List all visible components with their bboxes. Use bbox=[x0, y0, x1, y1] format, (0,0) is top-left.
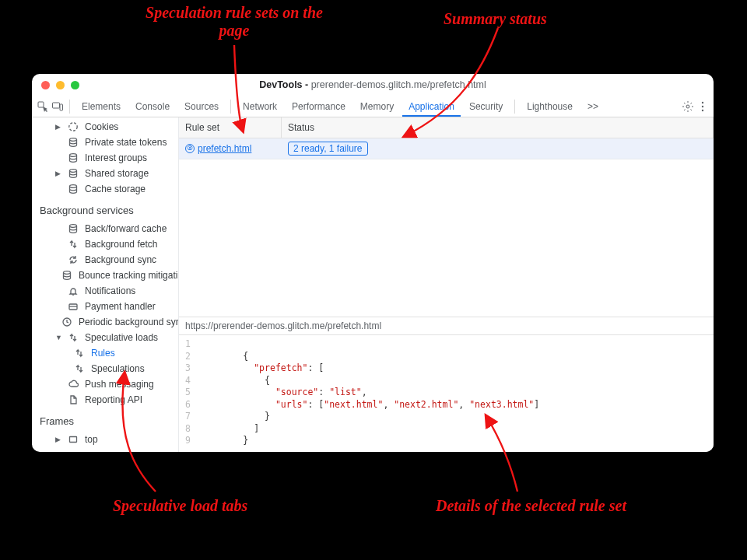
sidebar-item-background-fetch[interactable]: Background fetch bbox=[32, 236, 178, 252]
svg-point-5 bbox=[702, 105, 703, 107]
svg-point-9 bbox=[70, 154, 77, 157]
ruleset-header-status[interactable]: Status bbox=[282, 117, 714, 138]
tab-application[interactable]: Application bbox=[402, 96, 461, 117]
tab-network[interactable]: Network bbox=[237, 96, 283, 117]
sidebar-item-label: Speculations bbox=[91, 363, 145, 374]
tab-elements[interactable]: Elements bbox=[75, 96, 127, 117]
svg-point-3 bbox=[686, 105, 689, 108]
svg-point-4 bbox=[702, 101, 703, 103]
window-titlebar: DevTools - prerender-demos.glitch.me/pre… bbox=[32, 74, 714, 96]
sync-icon bbox=[68, 254, 79, 265]
inspect-icon[interactable] bbox=[37, 100, 49, 113]
svg-point-7 bbox=[69, 123, 77, 131]
sidebar-item-label: Back/forward cache bbox=[85, 223, 167, 234]
tab-console[interactable]: Console bbox=[129, 96, 176, 117]
tab-lighthouse[interactable]: Lighthouse bbox=[521, 96, 579, 117]
card-icon bbox=[68, 301, 79, 312]
ruleset-source-code: 1 2 3 4 5 6 7 8 9 { "prefetch": [ { "sou… bbox=[179, 335, 714, 452]
annotation-summary-status: Summary status bbox=[444, 10, 547, 28]
sidebar-item-payment-handler[interactable]: Payment handler bbox=[32, 299, 178, 314]
zoom-icon[interactable] bbox=[71, 81, 79, 89]
tab-security[interactable]: Security bbox=[463, 96, 509, 117]
sidebar-item-periodic-background-sync[interactable]: Periodic background sync bbox=[32, 314, 178, 330]
sidebar-item-label: Background fetch bbox=[85, 239, 157, 250]
sidebar-item-rules[interactable]: Rules bbox=[32, 345, 178, 361]
sidebar-item-push-messaging[interactable]: Push messaging bbox=[32, 376, 178, 392]
updown-icon bbox=[68, 332, 79, 343]
ruleset-table-header: Rule set Status bbox=[179, 117, 714, 138]
clock-icon bbox=[61, 317, 72, 327]
sidebar-item-top[interactable]: ▶top bbox=[32, 432, 178, 447]
sidebar-item-speculative-loads[interactable]: ▼Speculative loads bbox=[32, 330, 178, 345]
svg-point-6 bbox=[702, 109, 703, 110]
db-icon bbox=[68, 223, 79, 234]
settings-icon[interactable] bbox=[682, 100, 694, 113]
annotation-rule-sets: Speculation rule sets on the page bbox=[133, 4, 335, 40]
sidebar-item-shared-storage[interactable]: ▶Shared storage bbox=[32, 166, 178, 181]
sidebar-item-cache-storage[interactable]: Cache storage bbox=[32, 181, 178, 197]
ruleset-name-link[interactable]: prefetch.html bbox=[198, 143, 251, 154]
svg-point-13 bbox=[64, 271, 71, 275]
sidebar-item-cookies[interactable]: ▶Cookies bbox=[32, 119, 178, 135]
window-title: DevTools - prerender-demos.glitch.me/pre… bbox=[259, 79, 486, 90]
sidebar-item-background-sync[interactable]: Background sync bbox=[32, 252, 178, 268]
minimize-icon[interactable] bbox=[56, 81, 65, 89]
traffic-lights bbox=[41, 81, 79, 89]
code-content[interactable]: { "prefetch": [ { "source": "list", "url… bbox=[200, 338, 539, 447]
sidebar-item-label: Cache storage bbox=[85, 184, 146, 194]
svg-rect-16 bbox=[70, 437, 77, 443]
sidebar-item-interest-groups[interactable]: Interest groups bbox=[32, 150, 178, 166]
file-icon bbox=[68, 394, 79, 405]
svg-point-8 bbox=[70, 138, 77, 142]
tab-performance[interactable]: Performance bbox=[286, 96, 352, 117]
close-icon[interactable] bbox=[41, 81, 50, 89]
cloud-icon bbox=[68, 379, 79, 390]
disclosure-arrow-icon: ▶ bbox=[55, 123, 61, 131]
ruleset-table-row[interactable]: ⦿ prefetch.html 2 ready, 1 failure bbox=[179, 138, 714, 159]
disclosure-arrow-icon: ▼ bbox=[55, 334, 61, 341]
sidebar-item-speculations[interactable]: Speculations bbox=[32, 361, 178, 376]
disclosure-arrow-icon: ▶ bbox=[55, 170, 61, 177]
sidebar-item-label: Bounce tracking mitigations bbox=[79, 270, 179, 281]
sidebar-item-label: Notifications bbox=[85, 285, 135, 296]
sidebar-item-label: Background sync bbox=[85, 254, 156, 265]
annotation-speculative-load-tabs: Speculative load tabs bbox=[113, 497, 247, 515]
tab-memory[interactable]: Memory bbox=[354, 96, 400, 117]
sidebar-item-reporting-api[interactable]: Reporting API bbox=[32, 392, 178, 408]
ruleset-source-url: https://prerender-demos.glitch.me/prefet… bbox=[179, 317, 714, 335]
annotation-rule-set-details: Details of the selected rule set bbox=[436, 497, 626, 515]
sidebar-item-label: Push messaging bbox=[85, 379, 154, 390]
sidebar-item-label: Private state tokens bbox=[85, 137, 167, 148]
target-icon: ⦿ bbox=[185, 144, 195, 153]
sidebar-item-back/forward-cache[interactable]: Back/forward cache bbox=[32, 221, 178, 236]
devtools-window: DevTools - prerender-demos.glitch.me/pre… bbox=[32, 74, 714, 452]
ruleset-status-pill[interactable]: 2 ready, 1 failure bbox=[288, 142, 368, 156]
kebab-menu-icon[interactable] bbox=[696, 100, 709, 113]
sidebar-item-label: top bbox=[85, 434, 98, 445]
sidebar-item-label: Periodic background sync bbox=[79, 317, 179, 327]
db-icon bbox=[68, 152, 79, 163]
tab-sources[interactable]: Sources bbox=[178, 96, 225, 117]
svg-rect-1 bbox=[53, 103, 60, 108]
tabs-overflow[interactable]: >> bbox=[581, 96, 605, 117]
sidebar-section-background-services: Background services bbox=[32, 197, 178, 221]
disclosure-arrow-icon: ▶ bbox=[55, 436, 61, 443]
updown-icon bbox=[74, 363, 85, 374]
svg-point-10 bbox=[70, 170, 77, 173]
main-panel: Rule set Status ⦿ prefetch.html 2 ready,… bbox=[179, 117, 714, 452]
frame-icon bbox=[68, 434, 79, 445]
code-line-gutter: 1 2 3 4 5 6 7 8 9 bbox=[179, 338, 200, 447]
db-icon bbox=[68, 137, 79, 148]
sidebar-item-private-state-tokens[interactable]: Private state tokens bbox=[32, 135, 178, 150]
ruleset-table-empty-area bbox=[179, 159, 714, 317]
device-toggle-icon[interactable] bbox=[51, 100, 64, 113]
sidebar-item-label: Interest groups bbox=[85, 152, 147, 163]
sidebar-item-label: Speculative loads bbox=[85, 332, 158, 343]
ruleset-header-rule[interactable]: Rule set bbox=[179, 117, 282, 138]
application-sidebar: ▶CookiesPrivate state tokensInterest gro… bbox=[32, 117, 179, 452]
sidebar-section-frames: Frames bbox=[32, 408, 178, 432]
svg-point-11 bbox=[70, 185, 77, 188]
cookie-icon bbox=[68, 121, 79, 132]
sidebar-item-notifications[interactable]: Notifications bbox=[32, 283, 178, 299]
sidebar-item-bounce-tracking-mitigations[interactable]: Bounce tracking mitigations bbox=[32, 268, 178, 283]
